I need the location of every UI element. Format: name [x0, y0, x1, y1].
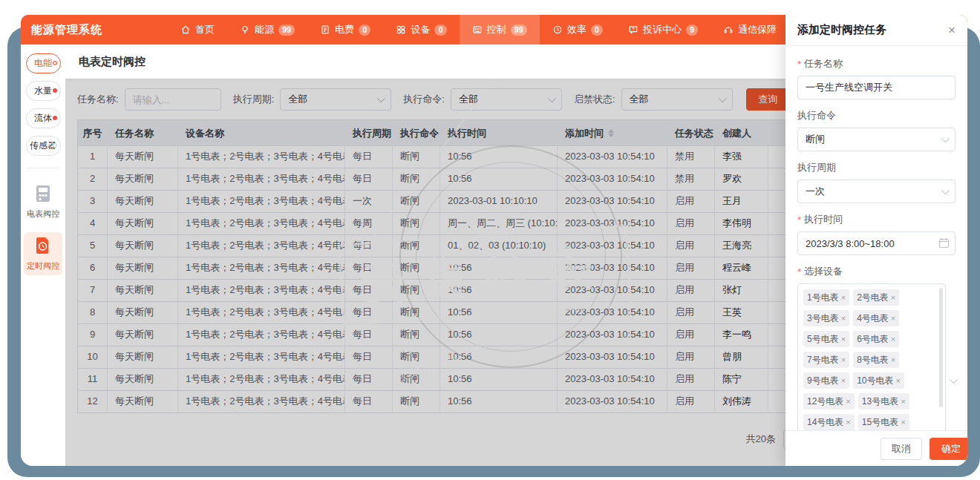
sidebar-pill-水量[interactable]: 水量 [26, 81, 61, 101]
sidebar-pill-电能[interactable]: 电能 [26, 53, 61, 73]
confirm-button[interactable]: 确定 [930, 438, 967, 460]
device-tag-12号电表: 12号电表× [803, 393, 855, 410]
command-select[interactable]: 断闸 [797, 128, 956, 151]
sidebar-tools: 电表阀控定时阀控 [21, 180, 65, 275]
pill-label: 水量 [34, 85, 52, 97]
nav-item-能源[interactable]: 能源99 [227, 15, 307, 45]
close-icon[interactable]: × [948, 24, 956, 36]
nav-badge: 99 [511, 24, 527, 36]
tag-label: 7号电表 [807, 354, 839, 366]
tag-remove-icon[interactable]: × [891, 293, 895, 302]
efficiency-icon [552, 24, 563, 35]
tag-remove-icon[interactable]: × [895, 376, 900, 385]
device-multiselect[interactable]: 1号电表×2号电表×3号电表×4号电表×5号电表×6号电表×7号电表×8号电表×… [797, 283, 946, 430]
period-label: 执行周期 [797, 161, 836, 174]
device-tag-7号电表: 7号电表× [803, 352, 849, 368]
tool-label: 电表阀控 [24, 208, 62, 220]
drawer-title: 添加定时阀控任务 [797, 23, 886, 37]
tag-remove-icon[interactable]: × [841, 376, 846, 385]
sidebar-divider [27, 168, 59, 168]
device-tag-8号电表: 8号电表× [853, 352, 899, 368]
tag-label: 2号电表 [857, 292, 889, 304]
tag-label: 10号电表 [857, 375, 893, 387]
pill-label: 流体 [34, 112, 52, 125]
app-window: 能源管理系统 首页能源99电费0设备0控制99效率0投诉中心9通信保障设置 电能… [21, 15, 967, 466]
nav-item-投诉中心[interactable]: 投诉中心9 [615, 15, 710, 45]
tag-label: 15号电表 [862, 416, 898, 429]
nav-item-label: 设备 [411, 23, 430, 36]
chevron-down-icon [941, 186, 950, 194]
devices-label: 选择设备 [804, 265, 843, 278]
tag-remove-icon[interactable]: × [891, 314, 895, 323]
tool-label: 定时阀控 [24, 260, 62, 272]
tag-remove-icon[interactable]: × [846, 397, 850, 406]
device-icon [396, 24, 406, 35]
timer-icon [36, 244, 50, 257]
gray-dot-icon [53, 143, 57, 148]
device-tag-6号电表: 6号电表× [853, 331, 899, 347]
device-tag-5号电表: 5号电表× [803, 331, 849, 347]
tag-label: 5号电表 [807, 333, 839, 346]
device-tag-4号电表: 4号电表× [853, 310, 899, 326]
control-icon [472, 24, 483, 35]
nav-item-label: 电费 [335, 23, 354, 36]
bill-icon [320, 24, 330, 35]
tag-label: 4号电表 [857, 312, 889, 325]
tag-remove-icon[interactable]: × [901, 418, 905, 427]
tag-label: 6号电表 [857, 333, 889, 346]
nav-item-label: 通信保障 [738, 23, 777, 36]
exec-time-input[interactable] [797, 231, 956, 255]
required-mark: * [797, 59, 801, 70]
device-tag-2号电表: 2号电表× [853, 289, 899, 306]
device-tag-10号电表: 10号电表× [853, 372, 904, 389]
calendar-icon[interactable] [938, 237, 950, 251]
nav-badge: 0 [591, 24, 603, 36]
nav-badge: 9 [686, 24, 698, 36]
active-dot-icon [53, 61, 57, 65]
nav-item-label: 首页 [195, 23, 215, 36]
app-title: 能源管理系统 [21, 23, 102, 37]
drawer-footer: 取消 确定 [785, 430, 967, 466]
task-name-input[interactable] [797, 76, 956, 99]
chevron-down-icon [941, 134, 950, 142]
sidebar-tool-定时阀控[interactable]: 定时阀控 [24, 232, 62, 275]
tag-remove-icon[interactable]: × [841, 335, 846, 343]
device-tag-13号电表: 13号电表× [858, 393, 909, 410]
command-label: 执行命令 [797, 109, 836, 122]
tag-remove-icon[interactable]: × [891, 355, 895, 364]
nav-item-设备[interactable]: 设备0 [383, 15, 459, 45]
tag-label: 3号电表 [807, 312, 839, 325]
nav-item-label: 控制 [487, 23, 506, 36]
task-name-label: 任务名称 [804, 57, 843, 70]
required-mark: * [797, 214, 801, 226]
tag-remove-icon[interactable]: × [841, 293, 846, 302]
tag-label: 14号电表 [807, 416, 843, 429]
sidebar-tool-电表阀控[interactable]: 电表阀控 [24, 180, 62, 223]
device-tag-3号电表: 3号电表× [803, 310, 849, 326]
tag-remove-icon[interactable]: × [891, 335, 895, 343]
nav-item-控制[interactable]: 控制99 [460, 15, 540, 45]
required-mark: * [797, 266, 801, 277]
energy-icon [240, 24, 250, 35]
screenshot-stage: 能源管理系统 首页能源99电费0设备0控制99效率0投诉中心9通信保障设置 电能… [0, 0, 980, 480]
nav-item-电费[interactable]: 电费0 [307, 15, 383, 45]
pill-label: 电能 [34, 57, 52, 70]
nav-item-通信保障[interactable]: 通信保障 [710, 15, 789, 45]
nav-item-首页[interactable]: 首页 [168, 15, 227, 45]
tag-label: 13号电表 [862, 395, 898, 408]
red-dot-icon [53, 116, 57, 120]
nav-item-效率[interactable]: 效率0 [540, 15, 615, 45]
sidebar-pill-流体[interactable]: 流体 [26, 108, 61, 128]
tag-remove-icon[interactable]: × [901, 397, 905, 406]
tag-remove-icon[interactable]: × [846, 418, 850, 427]
tag-label: 1号电表 [807, 292, 839, 304]
nav-item-label: 效率 [567, 23, 587, 36]
tag-remove-icon[interactable]: × [841, 355, 846, 364]
add-task-drawer: 添加定时阀控任务 × *任务名称 执行命令 断闸 执行周期 一次 [785, 15, 967, 466]
red-dot-icon [53, 88, 57, 93]
period-select[interactable]: 一次 [797, 180, 956, 203]
cancel-button[interactable]: 取消 [881, 438, 922, 460]
sidebar-pill-传感器[interactable]: 传感器 [26, 136, 61, 156]
scrollbar-thumb[interactable] [939, 288, 943, 407]
tag-remove-icon[interactable]: × [841, 314, 846, 323]
